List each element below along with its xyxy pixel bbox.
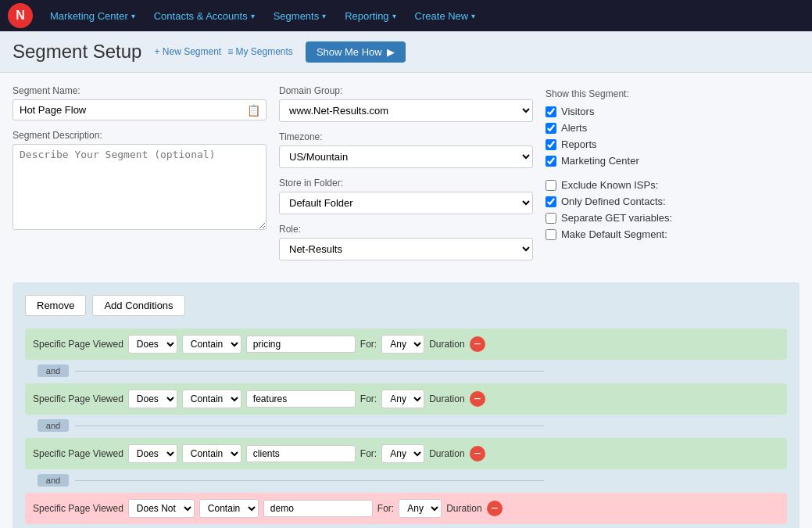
nav-item-marketing-center[interactable]: Marketing Center ▾ <box>42 0 143 31</box>
and-box-2: and <box>38 474 69 487</box>
timezone-label: Timezone: <box>279 131 533 142</box>
condition-group-0: Specific Page Viewed Does Contain For: A… <box>25 329 787 380</box>
nav-item-reporting[interactable]: Reporting ▾ <box>337 0 403 31</box>
condition-contain-select-0[interactable]: Contain <box>182 335 241 354</box>
nav-item-contacts-accounts[interactable]: Contacts & Accounts ▾ <box>146 0 263 31</box>
segment-name-input[interactable] <box>13 99 266 120</box>
condition-label-0: Specific Page Viewed <box>33 339 123 350</box>
header-actions: + New Segment ≡ My Segments <box>154 46 292 57</box>
store-in-folder-select[interactable]: Default Folder <box>279 192 533 214</box>
chevron-down-icon: ▾ <box>471 12 475 20</box>
condition-for-select-1[interactable]: Any <box>381 390 424 408</box>
duration-label-2: Duration <box>429 448 464 459</box>
condition-does-select-2[interactable]: Does <box>128 444 177 463</box>
checkbox-exclude-isps[interactable]: Exclude Known ISPs: <box>546 179 799 191</box>
segment-name-label: Segment Name: <box>13 85 266 96</box>
nav-item-segments[interactable]: Segments ▾ <box>266 0 334 31</box>
nav-logo: N <box>8 3 33 28</box>
condition-row-0: Specific Page Viewed Does Contain For: A… <box>25 329 787 360</box>
condition-group-1: Specific Page Viewed Does Contain For: A… <box>25 383 787 435</box>
for-label-3: For: <box>377 503 394 514</box>
condition-group-3: Specific Page Viewed Does Not Contain Fo… <box>25 493 787 524</box>
segment-description-input[interactable] <box>13 144 266 230</box>
condition-text-input-3[interactable] <box>263 500 373 517</box>
segment-name-group: Segment Name: 📋 <box>13 85 266 120</box>
form-col-1: Segment Name: 📋 Segment Description: <box>13 85 266 270</box>
condition-contain-select-1[interactable]: Contain <box>182 390 241 408</box>
my-segments-button[interactable]: ≡ My Segments <box>227 46 293 57</box>
condition-text-input-1[interactable] <box>246 390 356 408</box>
conditions-section: Remove Add Conditions Specific Page View… <box>13 282 799 528</box>
new-segment-button[interactable]: + New Segment <box>154 46 221 57</box>
remove-row-button-0[interactable]: − <box>470 336 485 352</box>
add-conditions-button[interactable]: Add Conditions <box>92 295 184 316</box>
condition-for-select-0[interactable]: Any <box>381 335 424 354</box>
condition-contain-select-2[interactable]: Contain <box>182 444 241 463</box>
page-header: Segment Setup + New Segment ≡ My Segment… <box>0 31 812 73</box>
for-label-1: For: <box>360 393 377 404</box>
checkbox-alerts[interactable]: Alerts <box>546 122 799 134</box>
segment-description-label: Segment Description: <box>13 130 266 141</box>
checkbox-marketing-center[interactable]: Marketing Center <box>546 155 799 167</box>
role-select[interactable]: Net-Results <box>279 238 533 260</box>
and-line-1 <box>75 426 544 426</box>
condition-text-input-2[interactable] <box>246 445 356 462</box>
and-box-0: and <box>38 365 69 377</box>
form-col-2: Domain Group: www.Net-Results.com Timezo… <box>279 85 533 270</box>
show-me-how-button[interactable]: Show Me How ▶ <box>306 41 406 63</box>
checkbox-make-default[interactable]: Make Default Segment: <box>546 228 799 240</box>
page-title: Segment Setup <box>13 41 141 63</box>
and-connector-2: and <box>25 471 787 490</box>
condition-contain-select-3[interactable]: Contain <box>199 499 259 518</box>
chevron-down-icon: ▾ <box>131 12 135 20</box>
show-segment-checkboxes: Visitors Alerts Reports Marketing Center <box>546 106 799 167</box>
duration-label-1: Duration <box>429 393 464 404</box>
remove-row-button-1[interactable]: − <box>470 391 485 407</box>
condition-row-3: Specific Page Viewed Does Not Contain Fo… <box>25 493 787 524</box>
condition-row-1: Specific Page Viewed Does Contain For: A… <box>25 383 787 415</box>
remove-row-button-2[interactable]: − <box>470 446 485 462</box>
form-section: Segment Name: 📋 Segment Description: Dom… <box>13 85 799 270</box>
role-group: Role: Net-Results <box>279 224 533 260</box>
show-segment-group: Show this Segment: Visitors Alerts Repor… <box>546 88 799 167</box>
checkbox-only-defined-contacts[interactable]: Only Defined Contacts: <box>546 196 799 207</box>
condition-label-1: Specific Page Viewed <box>33 393 123 404</box>
condition-for-select-3[interactable]: Any <box>399 499 442 518</box>
condition-label-3: Specific Page Viewed <box>33 503 123 514</box>
condition-does-select-3[interactable]: Does Not <box>128 499 195 518</box>
domain-group-group: Domain Group: www.Net-Results.com <box>279 85 533 122</box>
checkbox-separate-get[interactable]: Separate GET variables: <box>546 212 799 224</box>
and-connector-1: and <box>25 416 787 435</box>
chevron-down-icon: ▾ <box>251 12 255 20</box>
and-box-1: and <box>38 419 69 432</box>
store-in-folder-group: Store in Folder: Default Folder <box>279 178 533 214</box>
chevron-down-icon: ▾ <box>322 12 326 20</box>
timezone-group: Timezone: US/Mountain <box>279 131 533 168</box>
conditions-toolbar: Remove Add Conditions <box>25 295 787 316</box>
form-col-3: Show this Segment: Visitors Alerts Repor… <box>546 85 799 270</box>
condition-group-2: Specific Page Viewed Does Contain For: A… <box>25 438 787 490</box>
store-in-folder-label: Store in Folder: <box>279 178 533 189</box>
calendar-icon: 📋 <box>247 104 260 117</box>
for-label-2: For: <box>360 448 377 459</box>
show-segment-label: Show this Segment: <box>546 88 799 99</box>
navigation: N Marketing Center ▾ Contacts & Accounts… <box>0 0 812 31</box>
checkbox-visitors[interactable]: Visitors <box>546 106 799 117</box>
condition-for-select-2[interactable]: Any <box>381 444 424 463</box>
duration-label-3: Duration <box>446 503 481 514</box>
extra-options: Exclude Known ISPs: Only Defined Contact… <box>546 179 799 240</box>
arrow-icon: ▶ <box>387 46 395 58</box>
and-line-2 <box>75 480 544 481</box>
timezone-select[interactable]: US/Mountain <box>279 145 533 168</box>
remove-button[interactable]: Remove <box>25 295 86 316</box>
remove-row-button-3[interactable]: − <box>487 501 503 516</box>
condition-does-select-1[interactable]: Does <box>128 390 177 408</box>
condition-does-select-0[interactable]: Does <box>128 335 177 354</box>
condition-text-input-0[interactable] <box>246 336 356 353</box>
and-connector-0: and <box>25 361 787 380</box>
for-label-0: For: <box>360 339 377 350</box>
duration-label-0: Duration <box>429 339 464 350</box>
domain-group-select[interactable]: www.Net-Results.com <box>279 99 533 122</box>
checkbox-reports[interactable]: Reports <box>546 138 799 150</box>
nav-item-create-new[interactable]: Create New ▾ <box>407 0 484 31</box>
